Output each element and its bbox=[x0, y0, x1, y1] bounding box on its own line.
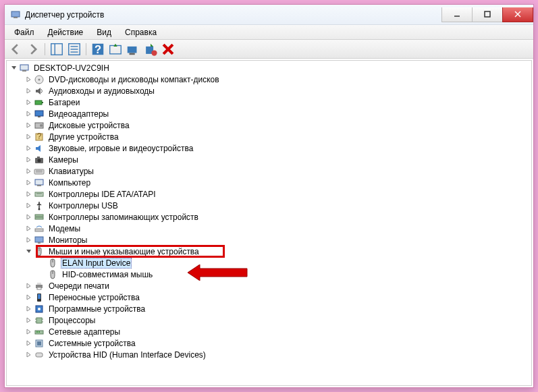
other-icon: ? bbox=[34, 132, 45, 142]
tree-category-node[interactable]: DVD-дисководы и дисководы компакт-дисков bbox=[7, 74, 531, 85]
tree-category-node[interactable]: Мониторы bbox=[7, 234, 531, 246]
collapse-icon[interactable] bbox=[24, 248, 32, 256]
svg-rect-16 bbox=[130, 53, 135, 55]
svg-rect-48 bbox=[38, 242, 41, 244]
expand-icon[interactable] bbox=[24, 144, 32, 152]
tree-category-node[interactable]: Батареи bbox=[7, 96, 531, 108]
expand-icon[interactable] bbox=[24, 121, 32, 130]
menu-file[interactable]: Файл bbox=[7, 26, 41, 38]
app-icon bbox=[10, 9, 21, 20]
tree-category-node[interactable]: Устройства HID (Human Interface Devices) bbox=[7, 349, 531, 360]
collapse-icon[interactable] bbox=[9, 64, 18, 72]
minimize-button[interactable] bbox=[441, 7, 473, 22]
svg-point-66 bbox=[38, 331, 40, 333]
expand-icon[interactable] bbox=[24, 316, 32, 325]
expand-icon[interactable] bbox=[24, 156, 32, 164]
svg-rect-28 bbox=[38, 116, 41, 117]
tree-category-node[interactable]: Контроллеры USB bbox=[7, 200, 531, 211]
tree-category-node[interactable]: Контроллеры IDE ATA/ATAPI bbox=[7, 188, 531, 200]
printer-icon bbox=[34, 281, 45, 291]
menu-action[interactable]: Действие bbox=[41, 26, 90, 38]
expand-icon[interactable] bbox=[24, 167, 32, 175]
node-label: Клавиатуры bbox=[47, 167, 95, 176]
tree-category-node[interactable]: Мыши и иные указывающие устройства bbox=[7, 246, 531, 257]
menu-help[interactable]: Справка bbox=[118, 26, 163, 38]
expand-icon[interactable] bbox=[24, 236, 32, 244]
update-driver-button[interactable] bbox=[107, 41, 124, 57]
expand-icon[interactable] bbox=[24, 225, 32, 233]
close-button[interactable] bbox=[502, 7, 533, 22]
tree-category-node[interactable]: Камеры bbox=[7, 154, 531, 165]
help-button[interactable]: ? bbox=[90, 41, 106, 57]
scan-hardware-button[interactable] bbox=[125, 41, 141, 57]
tree-category-node[interactable]: Дисковые устройства bbox=[7, 119, 531, 131]
expand-icon[interactable] bbox=[24, 179, 32, 187]
tree-category-node[interactable]: Переносные устройства bbox=[7, 291, 531, 303]
forward-button[interactable] bbox=[25, 41, 41, 57]
delete-button[interactable] bbox=[160, 41, 176, 57]
svg-text:?: ? bbox=[37, 132, 42, 141]
tree-category-node[interactable]: Видеоадаптеры bbox=[7, 108, 531, 119]
expand-icon[interactable] bbox=[24, 305, 32, 313]
tree-view[interactable]: DESKTOP-UV2C9IHDVD-дисководы и дисководы… bbox=[6, 60, 532, 386]
tree-device-node[interactable]: HID-совместимая мышь bbox=[7, 269, 531, 280]
expand-icon[interactable] bbox=[24, 110, 32, 118]
expand-icon[interactable] bbox=[24, 351, 32, 359]
expand-icon[interactable] bbox=[24, 99, 32, 107]
expand-icon[interactable] bbox=[24, 328, 32, 336]
svg-rect-0 bbox=[11, 11, 20, 17]
menu-view[interactable]: Вид bbox=[90, 26, 118, 38]
svg-rect-3 bbox=[485, 11, 490, 17]
expand-icon[interactable] bbox=[24, 282, 32, 290]
properties-button[interactable] bbox=[66, 41, 82, 57]
cpu-icon bbox=[34, 315, 45, 326]
expand-icon[interactable] bbox=[24, 190, 32, 198]
svg-point-24 bbox=[38, 78, 41, 80]
mouse-icon bbox=[47, 258, 58, 269]
tree-category-node[interactable]: Компьютер bbox=[7, 177, 531, 188]
back-button[interactable] bbox=[7, 41, 24, 57]
tree-category-node[interactable]: Сетевые адаптеры bbox=[7, 326, 531, 337]
expand-icon[interactable] bbox=[24, 202, 32, 210]
expand-icon[interactable] bbox=[24, 133, 32, 141]
expand-icon[interactable] bbox=[24, 76, 32, 84]
tree-category-node[interactable]: Программные устройства bbox=[7, 303, 531, 314]
svg-rect-59 bbox=[36, 318, 42, 323]
node-label: Видеоадаптеры bbox=[47, 109, 110, 119]
tree-category-node[interactable]: ?Другие устройства bbox=[7, 131, 531, 142]
show-hide-tree-button[interactable] bbox=[49, 41, 65, 57]
maximize-button[interactable] bbox=[472, 7, 503, 22]
svg-rect-54 bbox=[37, 287, 41, 289]
expand-icon[interactable] bbox=[24, 213, 32, 221]
node-label: Очереди печати bbox=[47, 281, 111, 291]
tree-category-node[interactable]: Процессоры bbox=[7, 314, 531, 326]
uninstall-button[interactable] bbox=[142, 41, 159, 57]
expand-icon[interactable] bbox=[24, 339, 32, 347]
svg-rect-47 bbox=[35, 237, 43, 242]
expand-icon[interactable] bbox=[24, 87, 32, 95]
node-label: Контроллеры запоминающих устройств bbox=[47, 213, 200, 222]
node-label: Камеры bbox=[47, 155, 80, 165]
svg-rect-26 bbox=[42, 102, 43, 103]
tree-category-node[interactable]: Звуковые, игровые и видеоустройства bbox=[7, 142, 531, 154]
tree-root-node[interactable]: DESKTOP-UV2C9IH bbox=[7, 62, 531, 74]
display-icon bbox=[34, 109, 45, 119]
tree-category-node[interactable]: Клавиатуры bbox=[7, 165, 531, 177]
tree-device-node[interactable]: ELAN Input Device bbox=[7, 257, 531, 269]
portable-icon bbox=[34, 292, 45, 303]
tree-category-node[interactable]: Модемы bbox=[7, 223, 531, 234]
titlebar[interactable]: Диспетчер устройств bbox=[5, 5, 533, 25]
svg-point-43 bbox=[38, 208, 41, 210]
tree-category-node[interactable]: Аудиовходы и аудиовыходы bbox=[7, 85, 531, 96]
node-label: Дисковые устройства bbox=[47, 121, 131, 130]
node-label: DESKTOP-UV2C9IH bbox=[32, 63, 111, 73]
tree-category-node[interactable]: Очереди печати bbox=[7, 280, 531, 291]
expand-icon[interactable] bbox=[24, 293, 32, 302]
tree-category-node[interactable]: Системные устройства bbox=[7, 337, 531, 349]
node-label: Аудиовходы и аудиовыходы bbox=[47, 86, 156, 96]
svg-rect-39 bbox=[35, 179, 43, 185]
svg-rect-56 bbox=[38, 294, 41, 299]
tree-category-node[interactable]: Контроллеры запоминающих устройств bbox=[7, 211, 531, 223]
svg-rect-68 bbox=[37, 341, 41, 345]
svg-point-18 bbox=[151, 50, 157, 55]
